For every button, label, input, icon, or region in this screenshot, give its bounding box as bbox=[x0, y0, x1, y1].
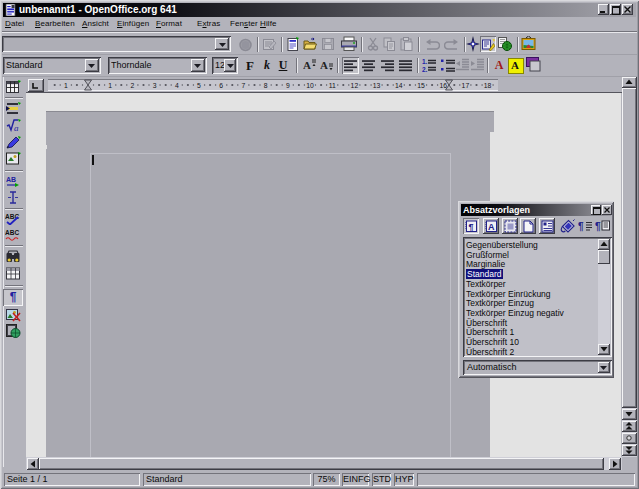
svg-text:a: a bbox=[14, 123, 19, 132]
svg-text:4: 4 bbox=[175, 82, 179, 89]
svg-text:10: 10 bbox=[306, 82, 314, 89]
svg-text:¶: ¶ bbox=[578, 221, 584, 232]
svg-text:2.: 2. bbox=[422, 66, 428, 73]
svg-text:11: 11 bbox=[329, 82, 336, 89]
svg-text:8: 8 bbox=[264, 82, 268, 89]
svg-text:1.: 1. bbox=[422, 58, 428, 65]
svg-text:A: A bbox=[320, 59, 328, 71]
svg-text:AB: AB bbox=[6, 176, 16, 183]
svg-text:13: 13 bbox=[373, 82, 381, 89]
svg-text:A: A bbox=[303, 59, 311, 71]
svg-text:ABC: ABC bbox=[5, 229, 19, 236]
svg-text:¶: ¶ bbox=[469, 222, 474, 232]
svg-text:1: 1 bbox=[108, 82, 112, 89]
svg-text:15: 15 bbox=[417, 82, 425, 89]
svg-text:3: 3 bbox=[153, 82, 157, 89]
svg-text:6: 6 bbox=[219, 82, 223, 89]
svg-text:12: 12 bbox=[351, 82, 359, 89]
svg-text:7: 7 bbox=[242, 82, 246, 89]
svg-text:9: 9 bbox=[286, 82, 290, 89]
svg-text:17: 17 bbox=[462, 82, 470, 89]
svg-text:18: 18 bbox=[484, 82, 492, 89]
svg-text:16: 16 bbox=[439, 82, 447, 89]
svg-text:¶: ¶ bbox=[595, 221, 601, 232]
svg-text:1: 1 bbox=[64, 82, 68, 89]
svg-text:14: 14 bbox=[395, 82, 403, 89]
svg-text:A: A bbox=[488, 222, 495, 232]
svg-text:5: 5 bbox=[197, 82, 201, 89]
svg-text:2: 2 bbox=[131, 82, 135, 89]
